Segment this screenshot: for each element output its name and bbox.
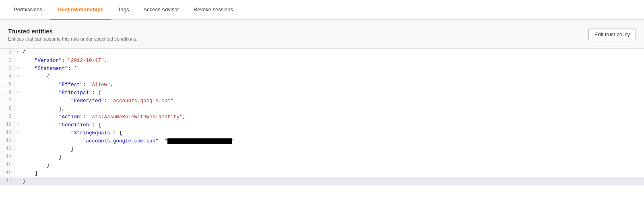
code-line-8: 8 },	[0, 105, 644, 113]
collapse-space-15	[14, 161, 21, 162]
tab-trust-relationships[interactable]: Trust relationships	[50, 0, 111, 20]
line-number-16: 16	[0, 169, 14, 177]
collapse-space-16	[14, 169, 21, 170]
line-content-9: "Action": "sts:AssumeRoleWithWebIdentity…	[21, 113, 186, 121]
code-line-14: 14 }	[0, 153, 644, 161]
collapse-space-7	[14, 97, 21, 97]
trusted-entities-title: Trusted entities	[8, 28, 138, 35]
collapse-space-17	[14, 177, 21, 178]
tab-access-advisor[interactable]: Access Advisor	[136, 0, 186, 20]
line-number-7: 7	[0, 97, 14, 105]
code-line-5: 5 "Effect": "Allow",	[0, 81, 644, 89]
line-content-3: "Statement": [	[21, 65, 77, 73]
code-line-13: 13 }	[0, 145, 644, 153]
line-number-14: 14	[0, 153, 14, 161]
code-line-9: 9 "Action": "sts:AssumeRoleWithWebIdenti…	[0, 113, 644, 121]
collapse-space-12	[14, 137, 21, 138]
code-line-7: 7 "Federated": "accounts.google.com"	[0, 97, 644, 105]
trusted-entities-desc: Entities that can assume this role under…	[8, 36, 138, 42]
line-number-8: 8	[0, 105, 14, 113]
line-content-8: },	[21, 105, 65, 113]
tab-bar: Permissions Trust relationships Tags Acc…	[0, 0, 644, 20]
collapse-space-14	[14, 153, 21, 154]
collapse-toggle-6[interactable]: ▾	[14, 89, 21, 96]
line-number-13: 13	[0, 145, 14, 153]
line-number-1: 1	[0, 49, 14, 56]
trusted-entities-section: Trusted entities Entities that can assum…	[0, 20, 644, 49]
policy-code-editor: 1 ▾ { 2 "Version": "2012-10-17", 3 ▾ "St…	[0, 49, 644, 185]
code-line-17: 17 }	[0, 177, 644, 185]
line-content-16: ]	[21, 169, 38, 177]
code-line-11: 11 ▾ "StringEquals": {	[0, 129, 644, 137]
tab-permissions[interactable]: Permissions	[6, 0, 50, 20]
collapse-toggle-1[interactable]: ▾	[14, 49, 21, 56]
edit-trust-policy-button[interactable]: Edit trust policy	[588, 29, 636, 40]
line-content-6: "Principal": {	[21, 89, 101, 97]
line-number-2: 2	[0, 57, 14, 64]
line-number-11: 11	[0, 129, 14, 137]
line-content-2: "Version": "2012-10-17",	[21, 57, 107, 65]
collapse-toggle-4[interactable]: ▾	[14, 73, 21, 80]
tab-tags[interactable]: Tags	[111, 0, 136, 20]
line-content-14: }	[21, 153, 62, 161]
line-content-4: {	[21, 73, 50, 81]
code-line-15: 15 }	[0, 161, 644, 169]
line-number-5: 5	[0, 81, 14, 89]
code-line-12: 12 "accounts.google.com:sub": ""	[0, 137, 644, 145]
code-line-4: 4 ▾ {	[0, 73, 644, 81]
collapse-space-2	[14, 57, 21, 57]
line-number-15: 15	[0, 161, 14, 169]
collapse-space-13	[14, 145, 21, 146]
code-line-6: 6 ▾ "Principal": {	[0, 89, 644, 97]
line-number-10: 10	[0, 121, 14, 129]
line-content-15: }	[21, 161, 50, 169]
line-content-1: {	[21, 49, 26, 57]
line-content-10: "Condition": {	[21, 121, 101, 129]
redacted-value	[167, 138, 232, 144]
trusted-entities-info: Trusted entities Entities that can assum…	[8, 28, 138, 42]
collapse-toggle-10[interactable]: ▾	[14, 121, 21, 128]
line-content-5: "Effect": "Allow",	[21, 81, 113, 89]
line-number-9: 9	[0, 113, 14, 121]
line-content-11: "StringEquals": {	[21, 129, 122, 137]
code-line-1: 1 ▾ {	[0, 49, 644, 57]
code-line-16: 16 ]	[0, 169, 644, 177]
collapse-toggle-3[interactable]: ▾	[14, 65, 21, 72]
line-content-13: }	[21, 145, 74, 153]
code-line-10: 10 ▾ "Condition": {	[0, 121, 644, 129]
line-number-6: 6	[0, 89, 14, 97]
line-number-4: 4	[0, 73, 14, 80]
line-number-12: 12	[0, 137, 14, 145]
line-content-12: "accounts.google.com:sub": ""	[21, 137, 235, 145]
line-content-7: "Federated": "accounts.google.com"	[21, 97, 173, 105]
collapse-space-9	[14, 113, 21, 113]
code-line-3: 3 ▾ "Statement": [	[0, 65, 644, 73]
collapse-space-8	[14, 105, 21, 105]
line-content-17: }	[21, 177, 26, 185]
collapse-toggle-11[interactable]: ▾	[14, 129, 21, 136]
collapse-space-5	[14, 81, 21, 81]
tab-revoke-sessions[interactable]: Revoke sessions	[186, 0, 240, 20]
code-line-2: 2 "Version": "2012-10-17",	[0, 57, 644, 65]
line-number-17: 17	[0, 177, 14, 185]
line-number-3: 3	[0, 65, 14, 72]
